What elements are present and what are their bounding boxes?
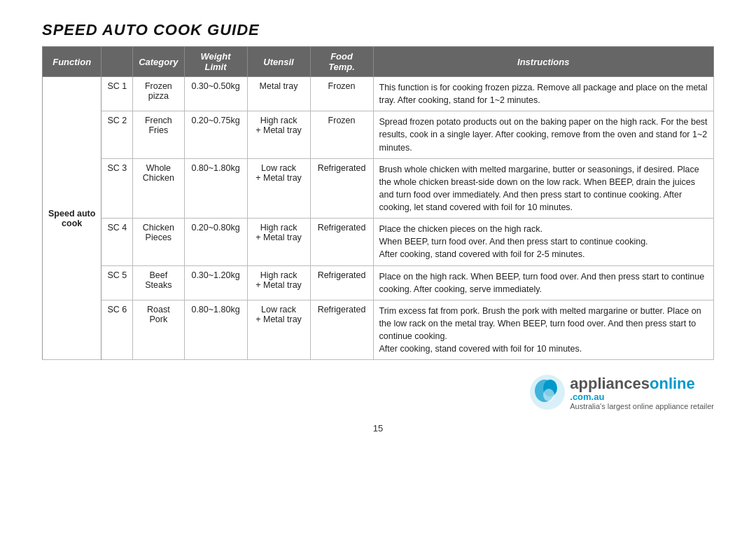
sc-cell: SC 2 [102, 111, 133, 158]
weight-cell: 0.30~1.20kg [184, 265, 247, 300]
table-row: SC 6RoastPork0.80~1.80kgLow rack+ Metal … [43, 300, 714, 360]
foodtemp-cell: Refrigerated [310, 158, 373, 219]
sc-cell: SC 6 [102, 300, 133, 360]
sc-cell: SC 5 [102, 265, 133, 300]
sc-cell: SC 3 [102, 158, 133, 219]
header-foodtemp: Food Temp. [310, 47, 373, 77]
table-row: SC 3WholeChicken0.80~1.80kgLow rack+ Met… [43, 158, 714, 219]
table-row: SC 2FrenchFries0.20~0.75kgHigh rack+ Met… [43, 111, 714, 158]
utensil-cell: Low rack+ Metal tray [247, 300, 310, 360]
weight-cell: 0.80~1.80kg [184, 158, 247, 219]
instructions-cell: This function is for cooking frozen pizz… [373, 77, 713, 111]
table-row: Speed autocookSC 1Frozenpizza0.30~0.50kg… [43, 77, 714, 111]
foodtemp-cell: Refrigerated [310, 300, 373, 360]
category-cell: Frozenpizza [133, 77, 184, 111]
utensil-cell: High rack+ Metal tray [247, 219, 310, 265]
logo-text: appliances online .com.au Australia's la… [570, 375, 714, 410]
utensil-cell: Low rack+ Metal tray [247, 158, 310, 219]
logo-area: appliances online .com.au Australia's la… [42, 374, 714, 410]
sc-cell: SC 4 [102, 219, 133, 265]
logo-container: appliances online .com.au Australia's la… [529, 374, 714, 410]
category-cell: FrenchFries [133, 111, 184, 158]
header-weight: WeightLimit [184, 47, 247, 77]
weight-cell: 0.80~1.80kg [184, 300, 247, 360]
table-row: SC 5BeefSteaks0.30~1.20kgHigh rack+ Meta… [43, 265, 714, 300]
category-cell: RoastPork [133, 300, 184, 360]
logo-tagline: Australia's largest online appliance ret… [570, 402, 714, 410]
function-cell: Speed autocook [43, 77, 102, 360]
page-title: SPEED AUTO COOK GUIDE [42, 21, 714, 39]
category-cell: ChickenPieces [133, 219, 184, 265]
header-instructions: Instructions [373, 47, 713, 77]
weight-cell: 0.20~0.80kg [184, 219, 247, 265]
instructions-cell: Place on the high rack. When BEEP, turn … [373, 265, 713, 300]
header-sc [102, 47, 133, 77]
header-category: Category [133, 47, 184, 77]
appliances-online-logo-icon [529, 374, 566, 410]
logo-online: online [650, 375, 695, 393]
foodtemp-cell: Refrigerated [310, 219, 373, 265]
logo-brand: appliances [570, 375, 650, 393]
instructions-cell: Spread frozen potato products out on the… [373, 111, 713, 158]
utensil-cell: High rack+ Metal tray [247, 111, 310, 158]
page-number: 15 [42, 423, 714, 434]
foodtemp-cell: Refrigerated [310, 265, 373, 300]
utensil-cell: Metal tray [247, 77, 310, 111]
foodtemp-cell: Frozen [310, 77, 373, 111]
table-row: SC 4ChickenPieces0.20~0.80kgHigh rack+ M… [43, 219, 714, 265]
instructions-cell: Trim excess fat from pork. Brush the por… [373, 300, 713, 360]
category-cell: WholeChicken [133, 158, 184, 219]
category-cell: BeefSteaks [133, 265, 184, 300]
speed-auto-cook-table: Function Category WeightLimit Utensil Fo… [42, 46, 714, 360]
weight-cell: 0.30~0.50kg [184, 77, 247, 111]
instructions-cell: Brush whole chicken with melted margarin… [373, 158, 713, 219]
table-header-row: Function Category WeightLimit Utensil Fo… [43, 47, 714, 77]
foodtemp-cell: Frozen [310, 111, 373, 158]
header-utensil: Utensil [247, 47, 310, 77]
utensil-cell: High rack+ Metal tray [247, 265, 310, 300]
logo-dotcomau: .com.au [570, 392, 604, 402]
svg-point-3 [543, 389, 554, 401]
header-function: Function [43, 47, 102, 77]
weight-cell: 0.20~0.75kg [184, 111, 247, 158]
instructions-cell: Place the chicken pieces on the high rac… [373, 219, 713, 265]
sc-cell: SC 1 [102, 77, 133, 111]
